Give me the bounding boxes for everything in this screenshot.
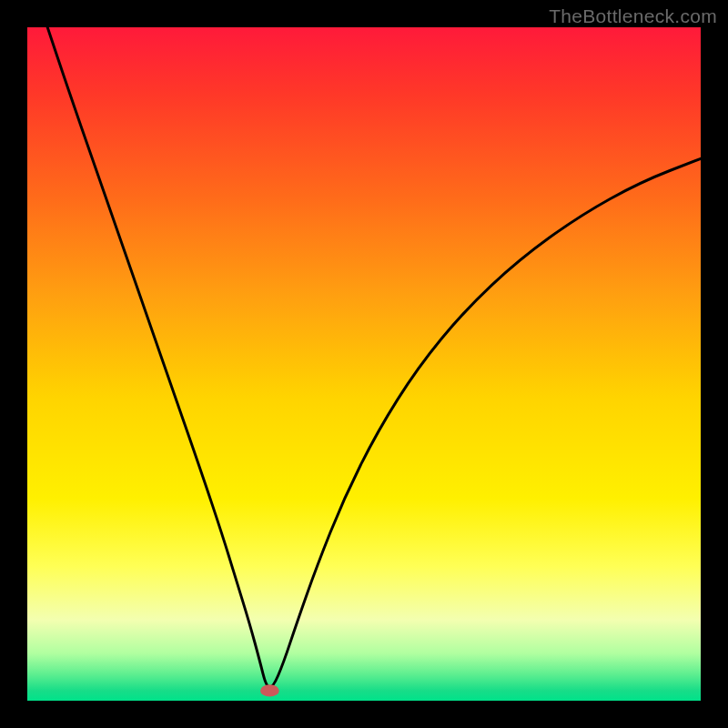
chart-frame: TheBottleneck.com [0, 0, 728, 728]
curve-layer [27, 27, 701, 701]
plot-area [27, 27, 701, 701]
watermark: TheBottleneck.com [549, 5, 717, 27]
bottleneck-curve [47, 27, 701, 687]
optimal-point-marker [260, 684, 279, 696]
